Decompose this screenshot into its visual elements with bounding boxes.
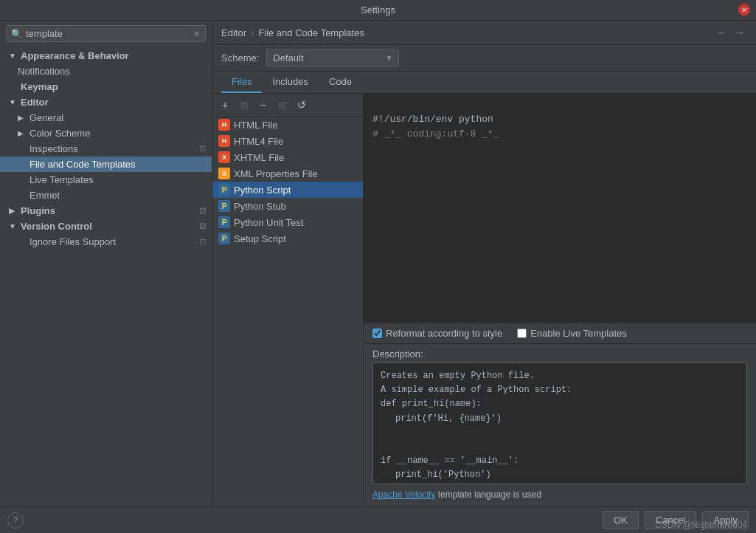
search-box[interactable]: 🔍 ✕ xyxy=(6,25,206,42)
file-list-panel: + ⧉ − ⊞ ↺ H HTML File H HTML4 File xyxy=(212,94,364,506)
file-item-python-unit-test-label: Python Unit Test xyxy=(234,217,303,228)
xml-file-icon: X xyxy=(218,168,230,179)
live-templates-checkbox-label[interactable]: Enable Live Templates xyxy=(517,328,627,339)
window-title: Settings xyxy=(361,4,395,16)
main-layout: 🔍 ✕ ▼ Appearance & Behavior Notification… xyxy=(0,21,756,506)
velocity-note: Apache Velocity template language is use… xyxy=(372,487,747,502)
sidebar-item-file-templates[interactable]: File and Code Templates xyxy=(0,157,212,172)
sidebar-item-color-scheme-label: Color Scheme xyxy=(30,128,90,139)
file-item-xhtml[interactable]: X XHTML File xyxy=(212,149,363,165)
nav-forward-button[interactable]: → xyxy=(732,27,747,38)
sidebar-item-emmet-label: Emmet xyxy=(30,190,60,201)
add-template-button[interactable]: + xyxy=(217,97,233,113)
sidebar-item-color-scheme[interactable]: ▶ Color Scheme xyxy=(0,125,212,141)
velocity-link[interactable]: Apache Velocity xyxy=(372,489,435,500)
code-line-2: # _*_ coding:utf-8 _*_ xyxy=(372,128,499,140)
watermark: CSDN @Nightmare004 xyxy=(655,520,747,530)
sidebar-item-appearance[interactable]: ▼ Appearance & Behavior xyxy=(0,48,212,63)
search-input[interactable] xyxy=(26,28,190,39)
sidebar-item-editor-label: Editor xyxy=(21,97,49,108)
sidebar-item-editor[interactable]: ▼ Editor xyxy=(0,94,212,110)
remove-template-button[interactable]: − xyxy=(255,97,271,113)
file-item-xhtml-label: XHTML File xyxy=(234,152,284,163)
sidebar-item-emmet[interactable]: Emmet xyxy=(0,188,212,203)
sidebar-item-inspections-label: Inspections xyxy=(30,143,78,154)
search-icon: 🔍 xyxy=(11,29,22,39)
plugins-badge: ⊡ xyxy=(199,206,206,216)
live-templates-checkbox[interactable] xyxy=(517,329,527,338)
file-list-toolbar: + ⧉ − ⊞ ↺ xyxy=(212,94,363,117)
help-button[interactable]: ? xyxy=(7,512,24,529)
scheme-row: Scheme: Default ▼ xyxy=(212,45,756,72)
sidebar-item-notifications[interactable]: Notifications xyxy=(0,63,212,79)
description-label: Description: xyxy=(372,348,747,360)
expand-arrow-appearance: ▼ xyxy=(9,52,18,60)
file-item-setup-script[interactable]: P Setup Script xyxy=(212,230,363,247)
content-area: Editor › File and Code Templates ← → Sch… xyxy=(212,21,756,506)
reset-template-button[interactable]: ↺ xyxy=(294,97,310,113)
sidebar-item-version-control-label: Version Control xyxy=(21,221,92,232)
scheme-dropdown-arrow-icon: ▼ xyxy=(385,54,392,62)
file-item-html4[interactable]: H HTML4 File xyxy=(212,133,363,149)
sidebar-item-general-label: General xyxy=(30,112,63,123)
sidebar-item-notifications-label: Notifications xyxy=(18,66,70,77)
code-line-1: #!/usr/bin/env python xyxy=(372,114,493,125)
sidebar: 🔍 ✕ ▼ Appearance & Behavior Notification… xyxy=(0,21,212,506)
tabs-row: Files Includes Code xyxy=(212,72,756,94)
file-item-python-script-label: Python Script xyxy=(234,185,291,196)
editor-panel: #!/usr/bin/env python # _*_ coding:utf-8… xyxy=(364,94,756,506)
desc-line-8: print_hi('Python') xyxy=(381,468,739,482)
copy-template-button[interactable]: ⧉ xyxy=(236,97,252,113)
sidebar-item-general[interactable]: ▶ General xyxy=(0,110,212,125)
tab-includes[interactable]: Includes xyxy=(262,72,318,93)
desc-line-6 xyxy=(381,440,739,454)
tab-files[interactable]: Files xyxy=(221,72,262,93)
html-file-icon: H xyxy=(218,119,230,131)
sidebar-item-live-templates[interactable]: Live Templates xyxy=(0,172,212,188)
sidebar-item-inspections[interactable]: Inspections ⊡ xyxy=(0,141,212,157)
reformat-checkbox[interactable] xyxy=(372,329,382,338)
arrow-general: ▶ xyxy=(18,114,27,122)
desc-line-7: if __name__ == '__main__': xyxy=(381,454,739,468)
file-item-python-stub[interactable]: P Python Stub xyxy=(212,198,363,214)
file-item-python-unit-test[interactable]: P Python Unit Test xyxy=(212,214,363,230)
breadcrumb-editor: Editor xyxy=(221,27,246,38)
scheme-dropdown[interactable]: Default ▼ xyxy=(266,49,399,66)
tab-code[interactable]: Code xyxy=(319,72,362,93)
desc-line-1: Creates an empty Python file. xyxy=(381,369,739,383)
expand-arrow-version-control: ▼ xyxy=(9,222,18,230)
breadcrumb-bar: Editor › File and Code Templates ← → xyxy=(212,21,756,45)
sidebar-item-live-templates-label: Live Templates xyxy=(30,174,93,185)
breadcrumb-separator: › xyxy=(251,27,254,38)
setup-script-icon: P xyxy=(218,233,230,244)
python-stub-icon: P xyxy=(218,200,230,212)
file-item-html[interactable]: H HTML File xyxy=(212,117,363,133)
breadcrumb-templates: File and Code Templates xyxy=(258,27,364,38)
xhtml-file-icon: X xyxy=(218,151,230,163)
file-item-xml-props-label: XML Properties File xyxy=(234,168,318,179)
ok-button[interactable]: OK xyxy=(603,511,639,529)
nav-arrows: ← → xyxy=(715,27,747,38)
clear-search-icon[interactable]: ✕ xyxy=(193,29,201,39)
python-unit-test-icon: P xyxy=(218,216,230,228)
sidebar-item-ignore-files[interactable]: Ignore Files Support ⊡ xyxy=(0,234,212,250)
html4-file-icon: H xyxy=(218,135,230,147)
sidebar-item-plugins[interactable]: ▶ Plugins ⊡ xyxy=(0,203,212,219)
code-editor[interactable]: #!/usr/bin/env python # _*_ coding:utf-8… xyxy=(364,94,756,323)
duplicate-template-button[interactable]: ⊞ xyxy=(274,97,291,113)
bottom-bar: ? OK Cancel Apply xyxy=(0,506,756,533)
reformat-checkbox-label[interactable]: Reformat according to style xyxy=(372,328,502,339)
sidebar-item-version-control[interactable]: ▼ Version Control ⊡ xyxy=(0,219,212,234)
close-button[interactable]: ✕ xyxy=(738,4,750,16)
desc-line-2: A simple example of a Python script: xyxy=(381,383,739,397)
nav-back-button[interactable]: ← xyxy=(715,27,729,38)
inspections-badge: ⊡ xyxy=(199,144,206,154)
sidebar-item-keymap[interactable]: Keymap xyxy=(0,79,212,94)
reformat-label: Reformat according to style xyxy=(386,328,502,339)
file-item-python-script[interactable]: P Python Script xyxy=(212,182,363,198)
description-panel: Description: Creates an empty Python fil… xyxy=(364,344,756,506)
file-item-xml-props[interactable]: X XML Properties File xyxy=(212,165,363,182)
desc-line-4: print(f'Hi, {name}') xyxy=(381,412,739,426)
python-script-icon: P xyxy=(218,184,230,196)
velocity-suffix: template language is used xyxy=(435,489,541,500)
